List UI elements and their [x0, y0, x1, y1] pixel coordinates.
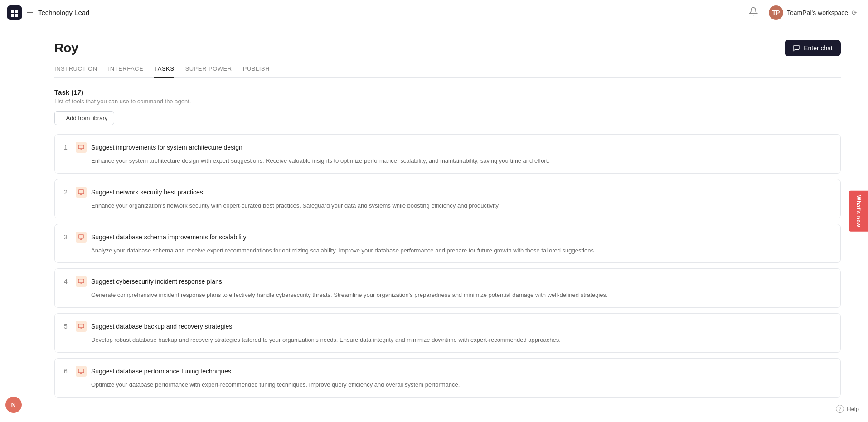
svg-rect-0: [11, 10, 14, 13]
task-card-header-3: 3 Suggest database schema improvements f…: [64, 232, 831, 243]
task-card-header-4: 4 Suggest cybersecurity incident respons…: [64, 276, 831, 287]
svg-rect-16: [78, 324, 84, 328]
sync-icon: ⟳: [852, 9, 857, 16]
navbar-right: TP TeamPal's workspace ⟳: [749, 4, 861, 22]
task-card-6: 6 Suggest database performance tuning te…: [54, 358, 841, 398]
enter-chat-button[interactable]: Enter chat: [785, 40, 841, 56]
logo-icon: [10, 8, 19, 17]
task-description-3: Analyze your database schema and receive…: [91, 246, 831, 256]
task-number-6: 6: [64, 368, 71, 375]
task-icon-2: [76, 187, 87, 198]
main-content: Roy Enter chat INSTRUCTION INTERFACE TAS…: [27, 25, 868, 422]
task-card-2: 2 Suggest network security best practice…: [54, 179, 841, 218]
task-card-4: 4 Suggest cybersecurity incident respons…: [54, 268, 841, 308]
task-card-5: 5 Suggest database backup and recovery s…: [54, 313, 841, 353]
workspace-button[interactable]: TP TeamPal's workspace ⟳: [765, 4, 861, 22]
menu-icon[interactable]: ☰: [26, 8, 34, 18]
help-label: Help: [847, 406, 859, 412]
task-card-1: 1 Suggest improvements for system archit…: [54, 134, 841, 174]
page-header: Roy Enter chat: [54, 40, 841, 56]
svg-rect-1: [15, 10, 18, 13]
tab-publish[interactable]: PUBLISH: [243, 65, 270, 78]
task-description-2: Enhance your organization's network secu…: [91, 201, 831, 211]
svg-rect-7: [78, 190, 84, 194]
task-icon-3: [76, 232, 87, 243]
workspace-name-label: TeamPal's workspace: [787, 9, 848, 16]
task-icon-1: [76, 142, 87, 153]
task-name-2: Suggest network security best practices: [91, 189, 203, 196]
task-number-2: 2: [64, 189, 71, 196]
svg-rect-13: [78, 279, 84, 283]
task-name-5: Suggest database backup and recovery str…: [91, 323, 232, 330]
task-list: 1 Suggest improvements for system archit…: [54, 134, 841, 398]
chat-icon: [793, 44, 800, 52]
svg-rect-3: [15, 14, 18, 17]
user-avatar[interactable]: N: [5, 397, 22, 413]
task-section-subtitle: List of tools that you can use to comman…: [54, 98, 841, 105]
whats-new-tab[interactable]: What's new: [849, 190, 868, 231]
task-number-1: 1: [64, 144, 71, 151]
task-name-1: Suggest improvements for system architec…: [91, 144, 242, 151]
tab-instruction[interactable]: INSTRUCTION: [54, 65, 97, 78]
task-description-1: Enhance your system architecture design …: [91, 156, 831, 166]
svg-rect-2: [11, 14, 14, 17]
app-logo[interactable]: [7, 5, 22, 20]
tab-super-power[interactable]: SUPER POWER: [185, 65, 232, 78]
add-from-library-button[interactable]: + Add from library: [54, 111, 114, 125]
svg-rect-10: [78, 234, 84, 238]
page-title-nav: Technology Lead: [38, 9, 89, 16]
task-number-5: 5: [64, 323, 71, 330]
task-icon-4: [76, 276, 87, 287]
task-icon-5: [76, 321, 87, 332]
task-name-6: Suggest database performance tuning tech…: [91, 368, 231, 375]
task-card-header-6: 6 Suggest database performance tuning te…: [64, 366, 831, 377]
help-circle-icon: ?: [836, 405, 844, 413]
svg-rect-4: [78, 145, 84, 149]
task-description-5: Develop robust database backup and recov…: [91, 335, 831, 345]
task-description-6: Optimize your database performance with …: [91, 380, 831, 390]
task-card-header-5: 5 Suggest database backup and recovery s…: [64, 321, 831, 332]
tab-tasks[interactable]: TASKS: [154, 65, 174, 78]
agent-name-title: Roy: [54, 41, 78, 55]
tab-interface[interactable]: INTERFACE: [108, 65, 144, 78]
task-card-header-1: 1 Suggest improvements for system archit…: [64, 142, 831, 153]
task-card-3: 3 Suggest database schema improvements f…: [54, 224, 841, 263]
tabs-bar: INSTRUCTION INTERFACE TASKS SUPER POWER …: [54, 65, 841, 78]
task-icon-6: [76, 366, 87, 377]
navbar-left: ☰ Technology Lead: [7, 5, 89, 20]
navbar: ☰ Technology Lead TP TeamPal's workspace…: [0, 0, 868, 25]
whats-new-container: What's new: [849, 190, 868, 231]
sidebar: N: [0, 25, 27, 422]
task-name-3: Suggest database schema improvements for…: [91, 233, 246, 241]
task-number-3: 3: [64, 233, 71, 241]
task-name-4: Suggest cybersecurity incident response …: [91, 278, 222, 285]
task-card-header-2: 2 Suggest network security best practice…: [64, 187, 831, 198]
svg-rect-19: [78, 369, 84, 373]
task-description-4: Generate comprehensive incident response…: [91, 291, 831, 300]
workspace-avatar: TP: [769, 5, 783, 20]
task-number-4: 4: [64, 278, 71, 285]
bell-svg: [749, 7, 758, 16]
help-button[interactable]: ? Help: [836, 405, 859, 413]
notification-bell-icon[interactable]: [749, 7, 758, 18]
task-section-title: Task (17): [54, 88, 841, 96]
